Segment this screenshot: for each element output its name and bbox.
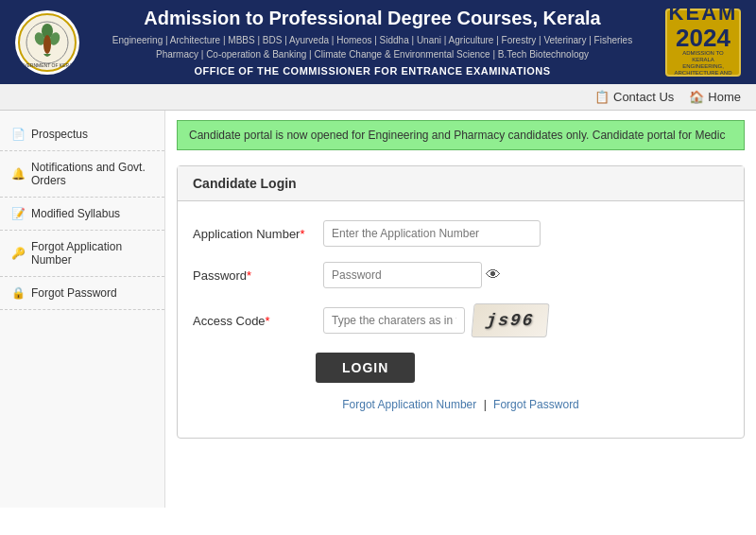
forgot-pwd-icon: 🔒 xyxy=(11,286,26,300)
sidebar-item-prospectus[interactable]: 📄 Prospectus xyxy=(0,118,164,151)
header-title: Admission to Professional Degree Courses… xyxy=(91,8,654,29)
contact-us-label: Contact Us xyxy=(613,90,674,104)
sidebar-item-forgot-password[interactable]: 🔒 Forgot Password xyxy=(0,277,164,310)
sidebar-item-label: Prospectus xyxy=(31,128,88,141)
login-button[interactable]: LOGIN xyxy=(316,353,415,383)
login-card-body: Application Number* Password* 👁 xyxy=(178,201,744,438)
main-content: Candidate portal is now opened for Engin… xyxy=(165,111,756,508)
password-input[interactable] xyxy=(323,262,482,288)
home-link[interactable]: 🏠 Home xyxy=(689,90,741,104)
keam-badge: KEAM 2024 ADMISSION TO KERALA ENGINEERIN… xyxy=(665,9,741,77)
syllabus-icon: 📝 xyxy=(11,207,26,220)
login-card-title: Candidate Login xyxy=(193,176,297,191)
svg-text:GOVERNMENT OF KERALA: GOVERNMENT OF KERALA xyxy=(17,62,77,68)
sidebar-item-label: Modified Syllabus xyxy=(31,207,120,220)
required-star-code: * xyxy=(266,314,270,328)
svg-point-5 xyxy=(43,35,51,54)
captcha-container: js96 xyxy=(323,303,548,337)
notifications-icon: 🔔 xyxy=(11,167,26,181)
login-card: Candidate Login Application Number* Pass… xyxy=(177,165,745,439)
home-label: Home xyxy=(708,90,741,104)
application-number-row: Application Number* xyxy=(193,220,729,247)
forgot-application-number-link[interactable]: Forgot Application Number xyxy=(342,398,476,411)
header-office: OFFICE OF THE COMMISSIONER FOR ENTRANCE … xyxy=(91,65,654,77)
header-subtitle-1: Engineering | Architecture | MBBS | BDS … xyxy=(91,33,654,47)
password-input-group: 👁 xyxy=(323,262,501,288)
header-subtitle-2: Pharmacy | Co-operation & Banking | Clim… xyxy=(91,47,654,61)
main-layout: 📄 Prospectus 🔔 Notifications and Govt. O… xyxy=(0,111,756,508)
sidebar: 📄 Prospectus 🔔 Notifications and Govt. O… xyxy=(0,111,165,508)
required-star: * xyxy=(300,227,304,241)
navbar: 📋 Contact Us 🏠 Home xyxy=(0,84,756,111)
access-code-label: Access Code* xyxy=(193,314,316,328)
sidebar-item-label: Notifications and Govt. Orders xyxy=(31,161,153,187)
marquee-text: Candidate portal is now opened for Engin… xyxy=(189,129,725,142)
required-star-pwd: * xyxy=(247,268,251,283)
keam-sub-text: ADMISSION TO KERALA ENGINEERING, ARCHITE… xyxy=(671,50,735,84)
access-code-row: Access Code* js96 xyxy=(193,303,729,337)
forgot-links: Forgot Application Number | Forgot Passw… xyxy=(193,398,729,419)
home-icon: 🏠 xyxy=(689,90,704,104)
page-header: GOVERNMENT OF KERALA Admission to Profes… xyxy=(0,0,756,84)
sidebar-item-label: Forgot Application Number xyxy=(31,240,153,267)
header-center: Admission to Professional Degree Courses… xyxy=(91,8,654,77)
contact-us-link[interactable]: 📋 Contact Us xyxy=(594,90,674,104)
keam-label: KEAM xyxy=(669,1,738,26)
keam-year: 2024 xyxy=(676,26,730,50)
forgot-separator: | xyxy=(484,398,487,411)
sidebar-item-notifications[interactable]: 🔔 Notifications and Govt. Orders xyxy=(0,151,164,198)
sidebar-item-label: Forgot Password xyxy=(31,286,117,300)
prospectus-icon: 📄 xyxy=(11,128,26,141)
password-row: Password* 👁 xyxy=(193,262,729,288)
sidebar-item-syllabus[interactable]: 📝 Modified Syllabus xyxy=(0,198,164,231)
contact-icon: 📋 xyxy=(594,90,610,104)
marquee-banner: Candidate portal is now opened for Engin… xyxy=(177,120,745,150)
forgot-password-link[interactable]: Forgot Password xyxy=(493,398,579,411)
application-number-input[interactable] xyxy=(323,220,541,247)
access-code-input[interactable] xyxy=(323,307,465,334)
toggle-password-icon[interactable]: 👁 xyxy=(486,267,501,284)
password-label: Password* xyxy=(193,268,316,283)
forgot-app-icon: 🔑 xyxy=(11,247,26,260)
sidebar-item-forgot-app-number[interactable]: 🔑 Forgot Application Number xyxy=(0,231,164,277)
application-number-label: Application Number* xyxy=(193,227,316,241)
captcha-text: js96 xyxy=(486,311,536,330)
captcha-image: js96 xyxy=(471,303,549,337)
login-card-header: Candidate Login xyxy=(178,166,744,201)
login-button-row: LOGIN xyxy=(193,353,729,383)
kerala-logo: GOVERNMENT OF KERALA xyxy=(15,10,79,75)
